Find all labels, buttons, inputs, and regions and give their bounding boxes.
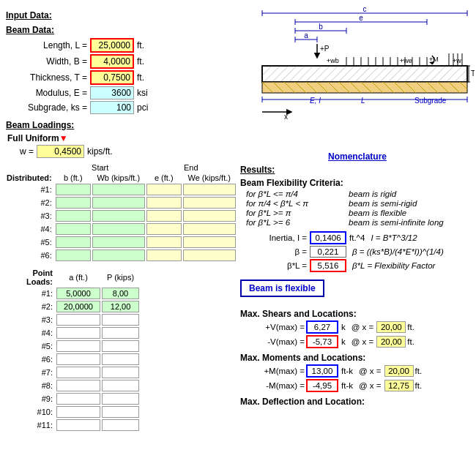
shear-title: Max. Shears and Locations: bbox=[240, 309, 475, 319]
width-row: Width, B = 4,0000 ft. bbox=[13, 54, 233, 69]
shear-pos-x: 20,00 bbox=[376, 321, 406, 333]
dist-row: #4: bbox=[6, 222, 237, 236]
length-unit: ft. bbox=[137, 40, 144, 50]
dist-e-header: e (ft.) bbox=[146, 173, 182, 183]
inertia-unit: ft.^4 bbox=[349, 233, 365, 242]
moment-pos-row: +M(max) = 13,00 ft-k @ x = 20,00 ft. bbox=[240, 364, 475, 378]
moment-title: Max. Moments and Locations: bbox=[240, 353, 475, 363]
beam-loadings-title: Beam Loadings: bbox=[6, 120, 233, 130]
dist-row: #2: bbox=[6, 196, 237, 209]
inertia-row: Inertia, I = 0,1406 ft.^4 I = B*T^3/12 bbox=[240, 231, 475, 244]
results-title: Results: bbox=[240, 165, 475, 175]
flex-cond-3: for β*L >= π bbox=[246, 209, 349, 217]
pt-row: #4: bbox=[6, 326, 140, 339]
distributed-label: Distributed: bbox=[6, 173, 55, 183]
modulus-row: Modulus, E = 3600 ksi bbox=[13, 86, 233, 100]
beta-l-label: β*L = bbox=[240, 261, 310, 270]
width-input[interactable]: 4,0000 bbox=[90, 54, 134, 69]
shear-pos-unit: k bbox=[341, 323, 346, 331]
moment-pos-value: 13,00 bbox=[306, 364, 338, 378]
flex-res-2: beam is semi-rigid bbox=[349, 199, 417, 208]
inertia-label: Inertia, I = bbox=[240, 233, 310, 242]
svg-rect-41 bbox=[262, 66, 467, 82]
shear-pos-label: +V(max) = bbox=[240, 323, 306, 331]
moment-neg-at: @ x = bbox=[359, 381, 382, 390]
moment-neg-row: -M(max) = -4,95 ft-k @ x = 12,75 ft. bbox=[240, 379, 475, 392]
full-uniform-label: Full Uniform▼ bbox=[7, 133, 233, 143]
beta-row: β = 0,221 β = ((ks*B)/(4*E*I))^(1/4) bbox=[240, 246, 475, 258]
shear-pos-value: 6,27 bbox=[306, 320, 338, 334]
beam-flexible-container: Beam is flexible bbox=[240, 277, 475, 303]
max-shear-section: Max. Shears and Locations: +V(max) = 6,2… bbox=[240, 309, 475, 348]
thickness-unit: ft. bbox=[137, 72, 144, 83]
subgrade-unit: pci bbox=[137, 102, 148, 113]
shear-neg-unit: k bbox=[341, 337, 346, 346]
shear-neg-label: -V(max) = bbox=[240, 337, 306, 346]
dist-b-header: b (ft.) bbox=[55, 173, 92, 183]
point-loads-label: Point Loads: bbox=[6, 268, 56, 287]
shear-pos-row: +V(max) = 6,27 k @ x = 20,00 ft. bbox=[240, 320, 475, 334]
w-row: w = 0,4500 kips/ft. bbox=[13, 145, 233, 158]
w-input[interactable]: 0,4500 bbox=[37, 145, 84, 158]
moment-neg-unit: ft-k bbox=[341, 381, 353, 390]
pt-row: #6: bbox=[6, 353, 140, 366]
length-row: Length, L = 25,0000 ft. bbox=[13, 38, 233, 53]
flex-cond-4: for β*L >= 6 bbox=[246, 218, 349, 227]
thickness-label: Thickness, T = bbox=[13, 72, 90, 83]
inertia-section: Inertia, I = 0,1406 ft.^4 I = B*T^3/12 β… bbox=[240, 231, 475, 272]
thickness-input[interactable]: 0,7500 bbox=[90, 70, 134, 85]
w-unit: kips/ft. bbox=[87, 146, 113, 157]
inertia-formula: I = B*T^3/12 bbox=[371, 233, 417, 242]
full-uniform-section: Full Uniform▼ w = 0,4500 kips/ft. bbox=[6, 133, 233, 158]
subgrade-input[interactable]: 100 bbox=[90, 101, 134, 114]
moment-pos-unit: ft-k bbox=[341, 367, 353, 375]
dist-row: #1: bbox=[6, 183, 237, 196]
w-label: w = bbox=[13, 146, 37, 157]
shear-neg-at: @ x = bbox=[352, 337, 374, 346]
moment-pos-x: 20,00 bbox=[384, 365, 414, 377]
pt-row: #8: bbox=[6, 379, 140, 392]
distributed-section: Start End Distributed: b (ft.) Wb (kips/… bbox=[6, 162, 233, 262]
beam-data-title: Beam Data: bbox=[6, 25, 233, 35]
beam-data-section: Length, L = 25,0000 ft. Width, B = 4,000… bbox=[13, 38, 233, 114]
dist-we-header: We (kips/ft.) bbox=[182, 173, 237, 183]
dist-row: #3: bbox=[6, 209, 237, 222]
width-unit: ft. bbox=[137, 56, 144, 67]
distributed-end-header: End bbox=[146, 162, 237, 173]
beam-flexible-button[interactable]: Beam is flexible bbox=[240, 279, 324, 297]
length-input[interactable]: 25,0000 bbox=[90, 38, 134, 53]
moment-neg-value: -4,95 bbox=[306, 379, 338, 392]
moment-neg-x: 12,75 bbox=[384, 380, 414, 391]
flex-res-1: beam is rigid bbox=[349, 190, 396, 198]
pt-row: #10: bbox=[6, 405, 140, 419]
modulus-label: Modulus, E = bbox=[13, 88, 90, 98]
svg-text:T: T bbox=[471, 70, 475, 78]
beam-diagram: c e b a +P bbox=[240, 6, 475, 149]
pt-row: #9: bbox=[6, 392, 140, 405]
flex-res-3: beam is flexible bbox=[349, 209, 406, 217]
moment-pos-label: +M(max) = bbox=[240, 367, 306, 375]
shear-pos-at: @ x = bbox=[352, 323, 374, 331]
nomenclature-link[interactable]: Nomenclature bbox=[328, 151, 387, 162]
shear-neg-x: 20,00 bbox=[376, 336, 406, 348]
beta-formula: β = ((ks*B)/(4*E*I))^(1/4) bbox=[352, 247, 444, 256]
beta-l-value: 5,516 bbox=[310, 259, 346, 272]
flex-row-3: for β*L >= π beam is flexible bbox=[240, 209, 475, 217]
svg-text:+w: +w bbox=[453, 57, 461, 64]
moment-pos-at: @ x = bbox=[359, 367, 382, 375]
pt-row: #1: 5,0000 8,00 bbox=[6, 287, 140, 300]
subgrade-row: Subgrade, ks = 100 pci bbox=[13, 101, 233, 114]
pt-row: #2: 20,0000 12,00 bbox=[6, 300, 140, 313]
max-moment-section: Max. Moments and Locations: +M(max) = 13… bbox=[240, 353, 475, 392]
modulus-input[interactable]: 3600 bbox=[90, 86, 134, 100]
flex-cond-2: for π/4 < β*L < π bbox=[246, 199, 349, 208]
distributed-start-header: Start bbox=[55, 162, 146, 173]
pt-row: #5: bbox=[6, 339, 140, 353]
pt-row: #3: bbox=[6, 313, 140, 326]
beta-value: 0,221 bbox=[310, 246, 346, 258]
inertia-value: 0,1406 bbox=[310, 231, 346, 244]
subgrade-label: Subgrade, ks = bbox=[13, 102, 90, 113]
shear-neg-row: -V(max) = -5,73 k @ x = 20,00 ft. bbox=[240, 335, 475, 348]
svg-text:+wb: +wb bbox=[327, 57, 339, 64]
shear-neg-value: -5,73 bbox=[306, 335, 338, 348]
